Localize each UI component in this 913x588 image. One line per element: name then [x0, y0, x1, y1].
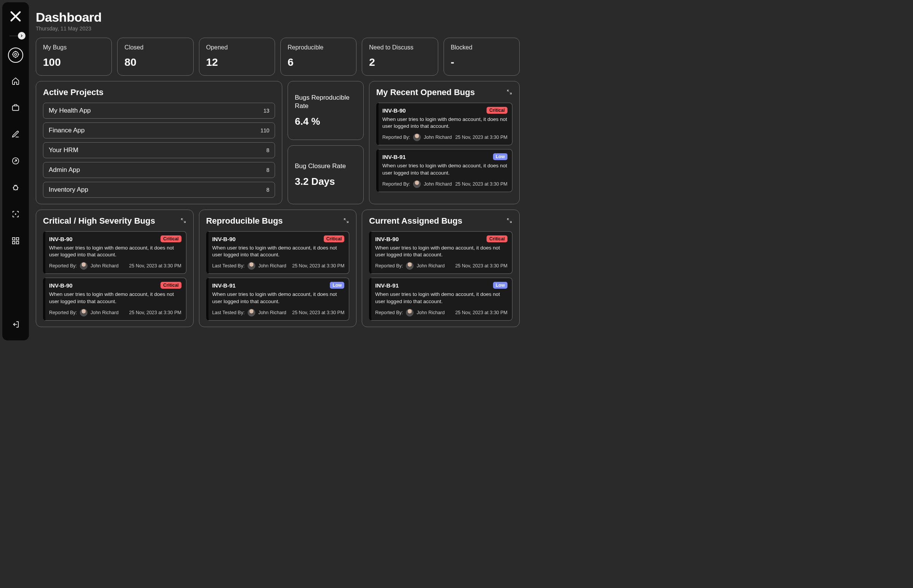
- active-projects-panel: Active Projects My Health App 13 Finance…: [36, 81, 282, 204]
- edit-icon: [11, 130, 20, 140]
- bug-time: 25 Nov, 2023 at 3:30 PM: [456, 310, 507, 315]
- nav-item-logout[interactable]: [8, 318, 23, 333]
- bug-description: When user tries to login with demo accou…: [375, 245, 507, 258]
- bug-list: INV-B-90CriticalWhen user tries to login…: [206, 231, 350, 321]
- bug-card[interactable]: INV-B-90CriticalWhen user tries to login…: [43, 278, 186, 320]
- reporter-name: John Richard: [424, 181, 452, 187]
- expand-icon[interactable]: [506, 87, 512, 97]
- reporter-label: Reported By:: [49, 310, 77, 315]
- sidebar-expand-button[interactable]: [18, 32, 26, 40]
- reporter-label: Last Tested By:: [212, 263, 245, 268]
- project-count: 13: [263, 108, 269, 114]
- nav-item-edit[interactable]: [8, 128, 23, 143]
- main-content: Dashboard Thursday, 11 May 2023 My Bugs …: [29, 2, 530, 341]
- reporter-name: John Richard: [417, 310, 445, 315]
- svg-rect-7: [13, 242, 15, 244]
- bug-description: When user tries to login with demo accou…: [375, 291, 507, 305]
- bug-card[interactable]: INV-B-90CriticalWhen user tries to login…: [369, 231, 512, 274]
- rate-value: 6.4 %: [295, 116, 356, 128]
- bug-id: INV-B-90: [375, 236, 399, 242]
- bug-time: 25 Nov, 2023 at 3:30 PM: [456, 181, 507, 187]
- bug-reporter: Last Tested By:John Richard: [212, 262, 286, 270]
- stat-label: Opened: [206, 44, 268, 51]
- bug-list: INV-B-90CriticalWhen user tries to login…: [376, 103, 512, 192]
- bug-description: When user tries to login with demo accou…: [212, 291, 345, 305]
- avatar: [406, 262, 414, 270]
- bug-id: INV-B-90: [49, 282, 73, 289]
- bug-list: INV-B-90CriticalWhen user tries to login…: [43, 231, 186, 321]
- stat-reproducible[interactable]: Reproducible 6: [280, 38, 356, 76]
- bug-time: 25 Nov, 2023 at 3:30 PM: [456, 135, 507, 140]
- bug-description: When user tries to login with demo accou…: [49, 291, 181, 305]
- rate-label: Bugs Reproducible Rate: [295, 94, 356, 110]
- bottom-row: Critical / High Severity Bugs INV-B-90Cr…: [36, 210, 520, 327]
- bug-card[interactable]: INV-B-90CriticalWhen user tries to login…: [43, 231, 186, 274]
- reporter-label: Reported By:: [375, 263, 403, 268]
- assigned-bugs-title: Current Assigned Bugs: [369, 216, 462, 226]
- bug-description: When user tries to login with demo accou…: [382, 162, 507, 176]
- stat-my-bugs[interactable]: My Bugs 100: [36, 38, 112, 76]
- nav-item-grid[interactable]: [8, 234, 23, 249]
- reproducible-rate-card: Bugs Reproducible Rate 6.4 %: [288, 81, 364, 140]
- bug-card[interactable]: INV-B-91LowWhen user tries to login with…: [376, 149, 512, 192]
- assigned-bugs-panel: Current Assigned Bugs INV-B-90CriticalWh…: [362, 210, 520, 327]
- svg-point-0: [13, 52, 19, 57]
- expand-icon[interactable]: [343, 216, 349, 226]
- nav-item-projects[interactable]: [8, 101, 23, 116]
- stat-label: Closed: [124, 44, 186, 51]
- project-list: My Health App 13 Finance App 110 Your HR…: [43, 103, 275, 198]
- project-item[interactable]: Finance App 110: [43, 123, 275, 139]
- svg-rect-6: [16, 238, 19, 240]
- avatar: [413, 180, 421, 188]
- reproducible-bugs-panel: Reproducible Bugs INV-B-90CriticalWhen u…: [199, 210, 357, 327]
- severity-badge: Low: [493, 153, 507, 160]
- bug-card[interactable]: INV-B-90CriticalWhen user tries to login…: [376, 103, 512, 145]
- project-count: 8: [266, 147, 269, 153]
- bug-description: When user tries to login with demo accou…: [212, 245, 345, 258]
- bug-time: 25 Nov, 2023 at 3:30 PM: [292, 310, 344, 315]
- bug-time: 25 Nov, 2023 at 3:30 PM: [129, 263, 181, 268]
- svg-rect-5: [13, 238, 15, 240]
- stat-value: 6: [288, 56, 349, 68]
- reporter-label: Reported By:: [49, 263, 77, 268]
- stat-need-to-discuss[interactable]: Need to Discuss 2: [362, 38, 438, 76]
- stat-opened[interactable]: Opened 12: [199, 38, 275, 76]
- reporter-name: John Richard: [417, 263, 445, 268]
- active-projects-title: Active Projects: [43, 87, 103, 97]
- bug-id: INV-B-90: [212, 236, 236, 242]
- page-title: Dashboard: [36, 10, 520, 25]
- nav-item-bugs[interactable]: [8, 181, 23, 196]
- bug-reporter: Reported By:John Richard: [49, 262, 119, 270]
- svg-point-1: [15, 53, 17, 55]
- bug-reporter: Last Tested By:John Richard: [212, 309, 286, 317]
- stat-label: My Bugs: [43, 44, 105, 51]
- bug-card[interactable]: INV-B-91LowWhen user tries to login with…: [369, 278, 512, 320]
- stat-closed[interactable]: Closed 80: [117, 38, 193, 76]
- project-item[interactable]: Admin App 8: [43, 162, 275, 178]
- project-name: My Health App: [49, 107, 91, 115]
- mid-row: Active Projects My Health App 13 Finance…: [36, 81, 520, 204]
- expand-icon[interactable]: [180, 216, 186, 226]
- stat-blocked[interactable]: Blocked -: [444, 38, 520, 76]
- bug-time: 25 Nov, 2023 at 3:30 PM: [456, 263, 507, 268]
- bug-list: INV-B-90CriticalWhen user tries to login…: [369, 231, 512, 321]
- expand-icon[interactable]: [506, 216, 512, 226]
- project-count: 110: [260, 128, 269, 134]
- project-item[interactable]: Your HRM 8: [43, 142, 275, 158]
- project-item[interactable]: My Health App 13: [43, 103, 275, 119]
- nav-item-capture[interactable]: [8, 207, 23, 223]
- reporter-name: John Richard: [258, 263, 286, 268]
- sidebar: [2, 2, 29, 341]
- bug-card[interactable]: INV-B-90CriticalWhen user tries to login…: [206, 231, 350, 274]
- avatar: [248, 262, 255, 270]
- nav-item-dashboard[interactable]: [8, 48, 23, 63]
- avatar: [80, 262, 87, 270]
- bug-card[interactable]: INV-B-91LowWhen user tries to login with…: [206, 278, 350, 320]
- nav-item-link[interactable]: [8, 154, 23, 169]
- project-item[interactable]: Inventory App 8: [43, 182, 275, 198]
- reporter-label: Reported By:: [375, 310, 403, 315]
- nav-item-home[interactable]: [8, 74, 23, 89]
- project-count: 8: [266, 167, 269, 173]
- bug-reporter: Reported By:John Richard: [382, 180, 452, 188]
- grid-icon: [11, 237, 20, 246]
